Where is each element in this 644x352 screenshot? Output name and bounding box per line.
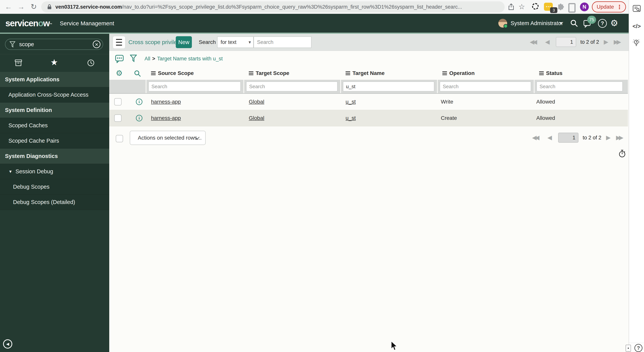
expanded-caret-icon[interactable]: ▼	[8, 169, 12, 174]
help-icon[interactable]: ?	[598, 19, 607, 28]
global-search-icon[interactable]	[570, 19, 578, 27]
column-header-target-scope[interactable]: Target Scope	[249, 67, 289, 80]
select-all-checkbox[interactable]	[116, 135, 123, 142]
breadcrumb-all-link[interactable]: All	[144, 56, 150, 62]
column-menu-icon[interactable]	[539, 71, 544, 75]
column-menu-icon[interactable]	[442, 71, 447, 75]
sidebar-item-debug-scopes[interactable]: Debug Scopes	[0, 179, 109, 194]
new-record-button[interactable]: New	[176, 36, 192, 48]
share-icon[interactable]	[508, 3, 515, 10]
first-page-button[interactable]: ◀◀	[532, 132, 538, 144]
sidebar-item-scoped-caches[interactable]: Scoped Caches	[0, 118, 109, 133]
cell-source-scope-link[interactable]: harness-app	[151, 110, 181, 126]
favorites-tab-icon[interactable]: ★	[50, 58, 58, 66]
actions-dropdown[interactable]: Actions on selected rows...	[130, 131, 206, 145]
cell-target-name-link[interactable]: u_st	[346, 94, 356, 110]
browser-reload-button[interactable]: ↻	[29, 0, 39, 14]
table-row[interactable]: i harness-app Global u_st Write Allowed	[109, 94, 628, 110]
toolbar-divider	[629, 343, 644, 343]
code-panel-icon[interactable]: </>	[632, 23, 641, 30]
filter-source-scope-input[interactable]	[148, 82, 241, 92]
browser-update-button[interactable]: Update ⋮	[592, 1, 626, 12]
browser-menu-icon[interactable]: ⋮	[616, 4, 622, 10]
first-page-button[interactable]: ◀◀	[530, 36, 536, 48]
navigator-filter-input[interactable]	[19, 40, 88, 49]
cell-target-scope-link[interactable]: Global	[249, 110, 264, 126]
navigator-filter[interactable]: ×	[5, 39, 103, 50]
user-menu-caret-icon[interactable]: ▾	[560, 14, 562, 32]
list-footer: Actions on selected rows... ◀◀ ◀ to 2 of…	[109, 131, 629, 163]
cell-source-scope-link[interactable]: harness-app	[151, 94, 181, 110]
sidebar-item-debug-scopes-detailed[interactable]: Debug Scopes (Detailed)	[0, 194, 109, 210]
row-checkbox[interactable]	[114, 98, 122, 106]
column-menu-icon[interactable]	[151, 71, 156, 75]
previous-page-button[interactable]: ◀	[545, 36, 550, 48]
page-range-label: to 2 of 2	[583, 132, 602, 144]
sidebar-section-system-definition[interactable]: System Definition	[0, 102, 109, 118]
column-header-status[interactable]: Status	[539, 67, 562, 80]
sidepanel-extension-icon[interactable]	[568, 3, 576, 13]
previous-page-button[interactable]: ◀	[548, 132, 552, 144]
record-preview-icon[interactable]: i	[136, 115, 142, 121]
list-search-input[interactable]	[254, 36, 312, 48]
collapse-navigator-button[interactable]: ◀	[3, 339, 12, 348]
list-settings-gear-icon[interactable]: ⚙	[116, 67, 123, 80]
spinner-extension-icon[interactable]	[532, 3, 538, 10]
page-number-input[interactable]	[558, 133, 578, 143]
cell-target-name-link[interactable]: u_st	[346, 110, 356, 126]
bottom-pager: ◀◀ ◀ to 2 of 2 ▶ ▶▶	[532, 132, 630, 144]
address-bar[interactable]: ven03172.service-now.com/nav_to.do?uri=%…	[41, 1, 505, 12]
cell-operation: Create	[441, 110, 457, 126]
list-context-menu-button[interactable]	[113, 36, 125, 49]
sidebar-item-scoped-cache-pairs[interactable]: Scoped Cache Pairs	[0, 133, 109, 148]
list-comments-icon[interactable]	[115, 54, 124, 63]
next-page-button[interactable]: ▶	[606, 132, 611, 144]
response-time-icon[interactable]	[618, 149, 626, 158]
table-row[interactable]: i harness-app Global u_st Create Allowed	[109, 110, 628, 126]
history-tab-icon[interactable]	[87, 59, 95, 67]
sidebar-item-label: Session Debug	[16, 168, 53, 174]
sidebar-item-application-cross-scope-access[interactable]: Application Cross-Scope Access	[0, 87, 109, 102]
cell-target-scope-link[interactable]: Global	[249, 94, 264, 110]
next-page-button[interactable]: ▶	[604, 36, 608, 48]
record-preview-icon[interactable]: i	[136, 98, 142, 105]
puzzle-extension-icon[interactable]	[556, 3, 564, 11]
scroll-gripper[interactable]	[626, 345, 631, 352]
breadcrumb-filter-link[interactable]: Target Name starts with u_st	[157, 56, 223, 62]
page-number-input[interactable]	[556, 37, 576, 47]
clear-filter-icon[interactable]: ×	[93, 40, 100, 48]
filter-status-input[interactable]	[536, 82, 623, 92]
last-page-button[interactable]: ▶▶	[614, 36, 620, 48]
instance-panel-icon[interactable]	[632, 4, 641, 13]
filter-operation-input[interactable]	[440, 82, 531, 92]
column-search-toggle-icon[interactable]	[134, 70, 141, 77]
search-type-select[interactable]: for text ▾	[217, 36, 254, 48]
all-applications-icon[interactable]	[14, 59, 22, 67]
column-header-operation[interactable]: Operation	[442, 67, 474, 80]
browser-back-button[interactable]: ←	[4, 0, 14, 14]
sidebar-section-system-diagnostics[interactable]: System Diagnostics	[0, 148, 109, 164]
user-avatar[interactable]	[498, 19, 507, 28]
bookmark-star-icon[interactable]: ☆	[517, 0, 527, 14]
settings-gear-icon[interactable]: ⚙	[610, 14, 618, 32]
user-menu[interactable]: System Administrator	[510, 14, 563, 32]
column-menu-icon[interactable]	[249, 71, 254, 75]
actions-dropdown-value: Actions on selected rows...	[138, 131, 202, 144]
filter-target-scope-input[interactable]	[246, 82, 338, 92]
filter-target-name-input[interactable]	[343, 82, 434, 92]
last-page-button[interactable]: ▶▶	[616, 132, 622, 144]
help-panel-icon[interactable]: ?	[634, 344, 642, 352]
sidebar-section-system-applications[interactable]: System Applications	[0, 72, 109, 87]
column-header-source-scope[interactable]: Source Scope	[151, 67, 194, 80]
row-checkbox[interactable]	[114, 114, 122, 122]
column-menu-icon[interactable]	[346, 71, 350, 75]
browser-profile-avatar[interactable]: N	[580, 2, 589, 11]
sidebar-item-session-debug[interactable]: ▼Session Debug	[0, 164, 109, 179]
filter-funnel-icon	[10, 41, 15, 48]
lightbulb-flash-icon[interactable]	[632, 39, 640, 47]
column-label: Status	[546, 70, 562, 76]
browser-forward-button[interactable]: →	[16, 0, 26, 14]
filter-icon[interactable]	[130, 55, 137, 63]
column-header-target-name[interactable]: Target Name	[346, 67, 385, 80]
chat-dots-icon: …	[546, 4, 551, 6]
